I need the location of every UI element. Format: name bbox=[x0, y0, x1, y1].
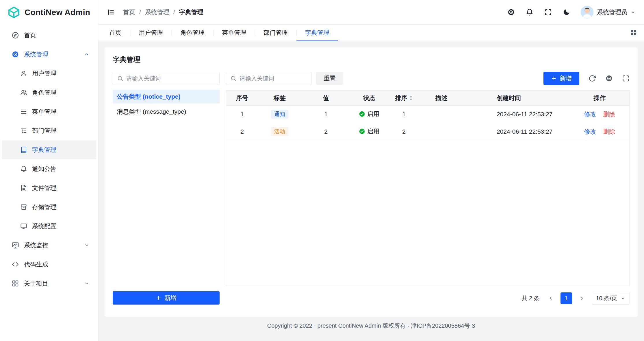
add-dict-item-button[interactable]: 新增 bbox=[543, 72, 579, 85]
tab-home[interactable]: 首页 bbox=[101, 25, 130, 41]
user-menu[interactable]: 系统管理员 bbox=[581, 6, 635, 19]
col-header-status: 状态 bbox=[350, 94, 388, 102]
chevron-left-icon[interactable] bbox=[545, 292, 556, 304]
settings-gear-icon[interactable] bbox=[507, 8, 515, 16]
split-panes: 公告类型 (notice_type) 消息类型 (message_type) 新… bbox=[113, 72, 630, 305]
dict-type-search-input[interactable] bbox=[126, 75, 215, 82]
notifications-bell-icon[interactable] bbox=[525, 8, 534, 16]
compass-home-icon bbox=[12, 32, 19, 39]
tab-label: 角色管理 bbox=[180, 29, 205, 37]
tab-roles[interactable]: 角色管理 bbox=[172, 25, 213, 41]
page-size-select[interactable]: 10 条/页 bbox=[592, 292, 630, 305]
sidebar-item-config[interactable]: 系统配置 bbox=[2, 217, 96, 236]
user-icon bbox=[20, 70, 27, 77]
chevron-down-icon bbox=[84, 281, 89, 286]
app-title: ContiNew Admin bbox=[25, 8, 90, 17]
apps-grid-icon[interactable] bbox=[630, 25, 644, 41]
avatar bbox=[581, 6, 593, 19]
sidebar-item-home[interactable]: 首页 bbox=[2, 26, 96, 45]
dict-item-search[interactable] bbox=[226, 72, 311, 85]
sidebar-menu: 首页 系统管理 用户管理 角色管理 bbox=[0, 25, 98, 341]
dict-type-list: 公告类型 (notice_type) 消息类型 (message_type) bbox=[113, 90, 220, 119]
tag-badge: 活动 bbox=[271, 127, 288, 136]
sidebar-item-label: 菜单管理 bbox=[32, 108, 56, 116]
monitor-chart-icon bbox=[12, 242, 19, 249]
refresh-icon[interactable] bbox=[589, 75, 596, 82]
cell-no: 2 bbox=[226, 128, 258, 135]
dict-type-item-message[interactable]: 消息类型 (message_type) bbox=[113, 105, 220, 119]
sidebar-item-departments[interactable]: 部门管理 bbox=[2, 121, 96, 140]
sidebar-submenu-system: 用户管理 角色管理 菜单管理 部门管理 bbox=[0, 64, 98, 236]
search-icon bbox=[230, 75, 237, 82]
breadcrumb-home[interactable]: 首页 bbox=[123, 8, 135, 16]
breadcrumb-system[interactable]: 系统管理 bbox=[145, 8, 169, 16]
app-logo[interactable]: ContiNew Admin bbox=[0, 0, 98, 25]
dict-card: 字典管理 公告类型 (notice_type) bbox=[105, 47, 638, 317]
add-dict-item-label: 新增 bbox=[560, 74, 572, 82]
chevron-up-icon bbox=[84, 52, 89, 57]
chevron-down-icon bbox=[621, 296, 625, 301]
edit-link[interactable]: 修改 bbox=[584, 128, 596, 136]
breadcrumb-current: 字典管理 bbox=[179, 8, 203, 16]
sidebar-item-files[interactable]: 文件管理 bbox=[2, 178, 96, 198]
sidebar-item-notices[interactable]: 通知公告 bbox=[2, 159, 96, 178]
col-header-sort-label: 排序 bbox=[395, 94, 407, 102]
tag-badge: 通知 bbox=[271, 110, 288, 119]
menu-list-icon bbox=[20, 108, 27, 115]
chevron-down-icon bbox=[631, 10, 635, 14]
dark-mode-moon-icon[interactable] bbox=[562, 8, 571, 16]
users-icon bbox=[20, 89, 27, 96]
cell-sort: 2 bbox=[388, 128, 420, 135]
tab-label: 用户管理 bbox=[139, 29, 163, 37]
sidebar-item-system[interactable]: 系统管理 bbox=[2, 45, 96, 64]
fullscreen-icon[interactable] bbox=[544, 8, 552, 16]
sidebar-item-dict[interactable]: 字典管理 bbox=[2, 140, 96, 159]
chevron-right-icon[interactable] bbox=[576, 292, 588, 304]
sidebar-item-monitor[interactable]: 系统监控 bbox=[2, 236, 96, 255]
col-header-ops: 操作 bbox=[570, 94, 629, 102]
sidebar-item-storage[interactable]: 存储管理 bbox=[2, 198, 96, 217]
sidebar-item-label: 系统监控 bbox=[24, 241, 48, 249]
sidebar-item-users[interactable]: 用户管理 bbox=[2, 64, 96, 83]
sidebar-item-menus[interactable]: 菜单管理 bbox=[2, 102, 96, 121]
sort-carets-icon[interactable] bbox=[409, 95, 413, 101]
copyright-text: Copyright © 2022 - present ContiNew Admi… bbox=[267, 322, 475, 330]
dict-type-item-notice[interactable]: 公告类型 (notice_type) bbox=[113, 90, 220, 104]
dict-type-search[interactable] bbox=[113, 72, 220, 85]
status-label: 启用 bbox=[367, 127, 379, 135]
delete-link[interactable]: 删除 bbox=[603, 110, 615, 118]
col-header-created: 创建时间 bbox=[463, 94, 570, 102]
cell-created: 2024-06-11 22:53:27 bbox=[463, 128, 570, 135]
tab-menus[interactable]: 菜单管理 bbox=[213, 25, 255, 41]
sidebar-item-about[interactable]: 关于项目 bbox=[2, 274, 96, 293]
sidebar-item-codegen[interactable]: 代码生成 bbox=[2, 255, 96, 274]
cell-no: 1 bbox=[226, 111, 258, 118]
breadcrumb-separator: / bbox=[139, 9, 141, 16]
add-dict-type-button[interactable]: 新增 bbox=[113, 291, 220, 305]
chevron-down-icon bbox=[84, 243, 89, 248]
expand-table-icon[interactable] bbox=[622, 75, 630, 82]
tree-list-icon bbox=[20, 127, 27, 134]
sidebar-item-label: 用户管理 bbox=[32, 69, 56, 78]
topbar-actions: 系统管理员 bbox=[507, 6, 635, 19]
table-row: 1 通知 1 启用 bbox=[226, 106, 629, 123]
tab-dict[interactable]: 字典管理 bbox=[296, 25, 338, 41]
archive-icon bbox=[20, 204, 27, 211]
page-number-current[interactable]: 1 bbox=[561, 292, 572, 304]
cell-value: 1 bbox=[301, 111, 350, 118]
dict-type-pane: 公告类型 (notice_type) 消息类型 (message_type) 新… bbox=[113, 72, 220, 305]
table-settings-gear-icon[interactable] bbox=[605, 75, 613, 82]
sidebar-item-label: 关于项目 bbox=[24, 279, 48, 287]
logo-icon bbox=[8, 6, 20, 19]
tab-departments[interactable]: 部门管理 bbox=[255, 25, 296, 41]
col-header-sort[interactable]: 排序 bbox=[388, 94, 420, 102]
check-circle-icon bbox=[359, 111, 365, 117]
edit-link[interactable]: 修改 bbox=[584, 110, 596, 118]
sidebar-item-label: 系统配置 bbox=[32, 222, 56, 230]
sidebar-item-roles[interactable]: 角色管理 bbox=[2, 83, 96, 102]
delete-link[interactable]: 删除 bbox=[603, 128, 615, 136]
reset-button[interactable]: 重置 bbox=[316, 72, 343, 85]
collapse-sidebar-icon[interactable] bbox=[107, 8, 115, 16]
dict-item-search-input[interactable] bbox=[240, 75, 307, 82]
tab-users[interactable]: 用户管理 bbox=[130, 25, 172, 41]
